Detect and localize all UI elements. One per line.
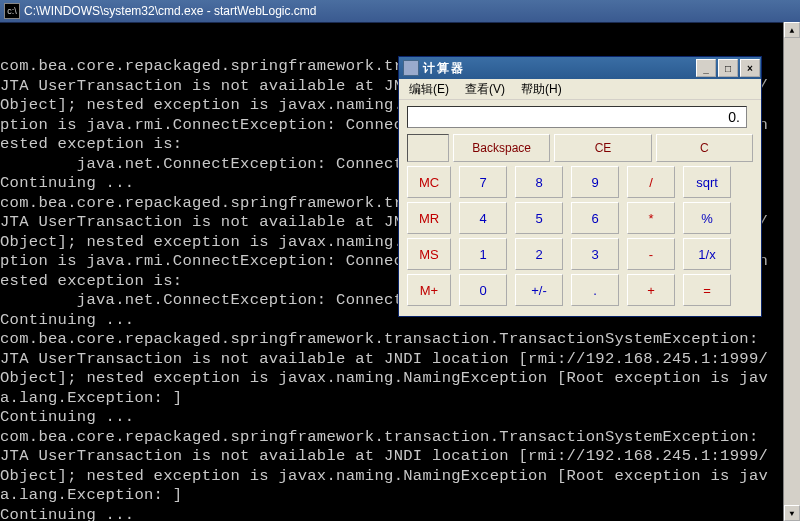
mplus-button[interactable]: M+ [407,274,451,306]
digit-9-button[interactable]: 9 [571,166,619,198]
maximize-button[interactable]: □ [718,59,738,77]
multiply-button[interactable]: * [627,202,675,234]
equals-button[interactable]: = [683,274,731,306]
plusminus-button[interactable]: +/- [515,274,563,306]
cmd-icon: c:\ [4,3,20,19]
digit-5-button[interactable]: 5 [515,202,563,234]
menu-edit[interactable]: 编辑(E) [403,79,455,100]
ce-button[interactable]: CE [554,134,651,162]
decimal-button[interactable]: . [571,274,619,306]
sqrt-button[interactable]: sqrt [683,166,731,198]
scroll-up-button[interactable]: ▲ [784,22,800,38]
mc-button[interactable]: MC [407,166,451,198]
calc-body: 0. Backspace CE C MC 7 8 9 / sqrt MR 4 5… [399,100,761,316]
subtract-button[interactable]: - [627,238,675,270]
calculator-icon [403,60,419,76]
digit-4-button[interactable]: 4 [459,202,507,234]
menu-help[interactable]: 帮助(H) [515,79,568,100]
digit-3-button[interactable]: 3 [571,238,619,270]
scroll-down-button[interactable]: ▼ [784,505,800,521]
cmd-titlebar[interactable]: c:\ C:\WINDOWS\system32\cmd.exe - startW… [0,0,800,23]
percent-button[interactable]: % [683,202,731,234]
calc-titlebar[interactable]: 计算器 _ □ × [399,57,761,79]
backspace-button[interactable]: Backspace [453,134,550,162]
cmd-title: C:\WINDOWS\system32\cmd.exe - startWebLo… [24,4,317,18]
digit-1-button[interactable]: 1 [459,238,507,270]
calculator-window[interactable]: 计算器 _ □ × 编辑(E) 查看(V) 帮助(H) 0. Backspace… [398,56,762,317]
digit-2-button[interactable]: 2 [515,238,563,270]
digit-0-button[interactable]: 0 [459,274,507,306]
divide-button[interactable]: / [627,166,675,198]
minimize-button[interactable]: _ [696,59,716,77]
ms-button[interactable]: MS [407,238,451,270]
close-button[interactable]: × [740,59,760,77]
digit-7-button[interactable]: 7 [459,166,507,198]
digit-8-button[interactable]: 8 [515,166,563,198]
menu-view[interactable]: 查看(V) [459,79,511,100]
cmd-scrollbar[interactable]: ▲ ▼ [783,22,800,521]
calc-menubar: 编辑(E) 查看(V) 帮助(H) [399,79,761,100]
c-button[interactable]: C [656,134,753,162]
add-button[interactable]: + [627,274,675,306]
calc-title: 计算器 [423,60,695,77]
reciprocal-button[interactable]: 1/x [683,238,731,270]
digit-6-button[interactable]: 6 [571,202,619,234]
calc-display: 0. [407,106,747,128]
memory-indicator [407,134,449,162]
mr-button[interactable]: MR [407,202,451,234]
